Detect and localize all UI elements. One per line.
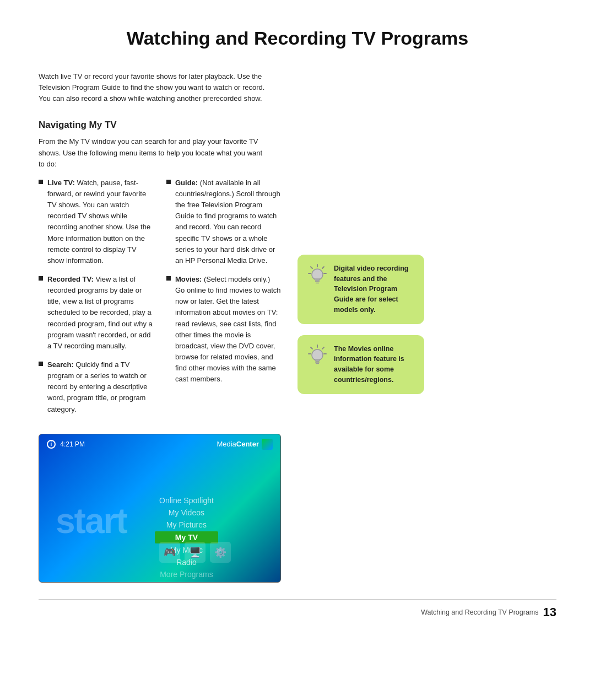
mc-media-text: Media [217,440,236,448]
mc-menu-item-more-programs[interactable]: More Programs [155,569,218,580]
mc-icons-row: 🎮 🖥️ ⚙️ [159,542,231,563]
item-text: Guide: (Not available in all countries/r… [175,177,281,266]
mc-screenshot: i 4:21 PM MediaCenter start Online Spotl… [39,434,281,583]
page-number: 13 [543,605,556,620]
mc-remote-icon: 🎮 [159,542,180,563]
left-bullets: Live TV: Watch, pause, fast-forward, or … [39,177,153,423]
bullet-list-right: Guide: (Not available in all countries/r… [166,177,281,385]
lightbulb-icon-1 [307,263,327,288]
bullet-icon [166,180,171,184]
intro-paragraph: Watch live TV or record your favorite sh… [39,71,270,104]
svg-line-3 [311,267,312,268]
lightbulb-icon-2 [307,344,327,368]
bullets-area: Live TV: Watch, pause, fast-forward, or … [39,177,281,423]
item-body: Watch, pause, fast-forward, or rewind yo… [47,179,150,265]
callout-text-2: The Movies online information feature is… [334,344,414,385]
item-text: Movies: (Select models only.) Go online … [175,274,281,385]
mc-settings-icon: ⚙️ [210,542,231,563]
item-text: Recorded TV: View a list of recorded pro… [47,274,153,352]
item-label: Guide: [175,179,198,187]
info-icon: i [47,440,56,449]
bullet-icon [39,362,43,366]
section-heading: Navigating My TV [39,120,556,131]
list-item: Guide: (Not available in all countries/r… [166,177,281,266]
footer: Watching and Recording TV Programs 13 [39,599,556,620]
svg-line-1 [322,267,324,268]
bullet-list-left: Live TV: Watch, pause, fast-forward, or … [39,177,153,415]
item-text: Search: Quickly find a TV program or a s… [47,359,153,415]
mc-menu-item-my-videos[interactable]: My Videos [155,507,218,518]
item-text: Live TV: Watch, pause, fast-forward, or … [47,177,153,266]
svg-line-11 [311,347,312,349]
footer-label: Watching and Recording TV Programs [421,609,538,616]
mc-menu-item-online-spotlight[interactable]: Online Spotlight [155,495,218,506]
left-column: Live TV: Watch, pause, fast-forward, or … [39,177,281,583]
item-body: (Not available in all countries/regions.… [175,179,280,265]
mc-menu-item-my-pictures[interactable]: My Pictures [155,519,218,530]
mc-time-area: i 4:21 PM [47,440,85,449]
callout-text-1: Digital video recording features and the… [334,263,414,315]
item-label: Recorded TV: [47,275,94,283]
mc-brand-text: MediaCenter [217,440,259,448]
callout-box-1: Digital video recording features and the… [298,255,424,324]
section-intro: From the My TV window you can search for… [39,136,270,169]
list-item: Movies: (Select models only.) Go online … [166,274,281,385]
mc-logo [262,439,273,450]
bullet-icon [39,276,43,281]
right-column: Digital video recording features and the… [298,177,424,405]
item-label: Live TV: [47,179,75,187]
item-body: View a list of recorded programs by date… [47,275,153,350]
mc-brand: MediaCenter [217,439,273,450]
mc-menu: Online Spotlight My Videos My Pictures M… [155,495,218,580]
mc-start-text: start [56,500,127,541]
mc-screen-icon: 🖥️ [185,542,205,563]
bullet-icon [39,180,43,184]
right-bullets: Guide: (Not available in all countries/r… [166,177,281,423]
item-label: Movies: [175,275,202,283]
mc-topbar: i 4:21 PM MediaCenter [39,434,280,454]
list-item: Recorded TV: View a list of recorded pro… [39,274,153,352]
main-content: Live TV: Watch, pause, fast-forward, or … [39,177,556,583]
item-body: (Select models only.) Go online to find … [175,275,281,383]
mc-center-text: Center [236,440,259,448]
callout-box-2: The Movies online information feature is… [298,335,424,394]
list-item: Live TV: Watch, pause, fast-forward, or … [39,177,153,266]
page-title: Watching and Recording TV Programs [39,28,556,49]
mc-time: 4:21 PM [60,440,85,448]
svg-line-9 [322,347,324,349]
bullet-icon [166,276,171,281]
list-item: Search: Quickly find a TV program or a s… [39,359,153,415]
item-label: Search: [47,360,74,369]
